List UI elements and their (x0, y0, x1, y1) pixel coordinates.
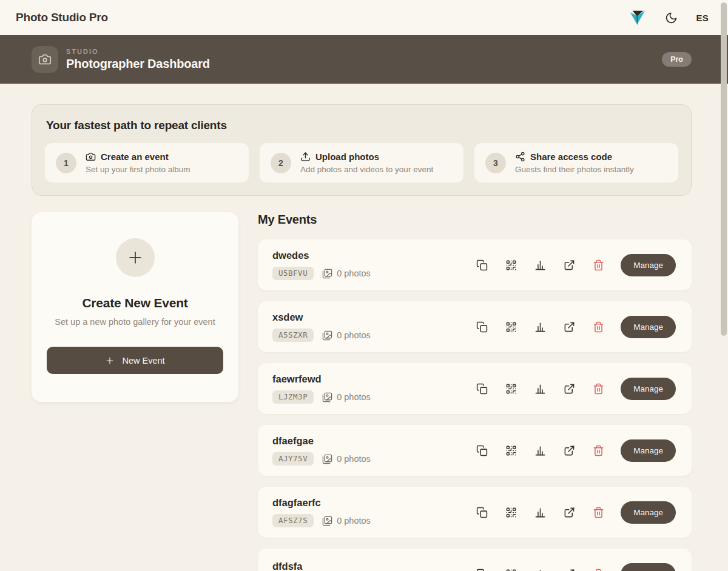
open-gallery-button[interactable] (558, 253, 581, 276)
manage-button[interactable]: Manage (621, 378, 676, 400)
dark-mode-toggle[interactable] (665, 12, 678, 24)
delete-event-button[interactable] (587, 253, 610, 276)
step-title: Upload photos (315, 152, 379, 162)
open-gallery-button[interactable] (558, 315, 581, 338)
event-card: dfagfaerfc AFSZ7S 0 photos (258, 487, 692, 538)
onboarding-panel: Your fastest path to repeat clients 1 Cr… (32, 104, 692, 196)
open-gallery-button[interactable] (558, 501, 581, 524)
manage-button[interactable]: Manage (621, 563, 676, 571)
camera-icon (32, 46, 58, 73)
delete-event-button[interactable] (587, 377, 610, 400)
plus-icon (116, 238, 155, 277)
external-link-icon (564, 507, 575, 518)
event-card: dfaefgae AJY75V 0 photos (258, 425, 692, 476)
logo-icon (629, 8, 647, 27)
open-gallery-button[interactable] (558, 377, 581, 400)
create-card-subtitle: Set up a new photo gallery for your even… (47, 317, 223, 327)
qr-code-icon (505, 507, 517, 518)
photos-count: 0 photos (337, 454, 371, 464)
step-card-share-code: 3 Share access code Guests find their ph… (474, 143, 678, 182)
photos-icon (322, 269, 332, 279)
qr-code-button[interactable] (499, 501, 522, 524)
qr-code-button[interactable] (499, 253, 522, 276)
create-card-title: Create New Event (47, 296, 223, 310)
manage-button[interactable]: Manage (621, 439, 676, 462)
copy-link-button[interactable] (470, 501, 493, 524)
event-card: faewrfewd LJZM3P 0 photos (258, 363, 692, 414)
camera-icon (86, 152, 96, 162)
manage-button[interactable]: Manage (621, 501, 676, 524)
step-number: 1 (56, 153, 76, 173)
new-event-button[interactable]: New Event (47, 347, 223, 374)
stats-button[interactable] (528, 439, 551, 462)
photos-icon (322, 454, 332, 464)
event-card: dwedes U5BFVU 0 photos (258, 239, 692, 290)
bar-chart-icon (534, 383, 546, 395)
open-gallery-button[interactable] (558, 563, 581, 571)
external-link-icon (564, 383, 575, 395)
pro-badge: Pro (662, 52, 692, 67)
copy-icon (476, 569, 488, 571)
qr-code-button[interactable] (499, 563, 522, 571)
stats-button[interactable] (528, 563, 551, 571)
language-switcher[interactable]: ES (696, 13, 709, 23)
qr-code-button[interactable] (499, 377, 522, 400)
event-code-badge: U5BFVU (272, 267, 314, 280)
onboarding-title: Your fastest path to repeat clients (46, 119, 678, 132)
trash-icon (593, 259, 604, 271)
manage-button[interactable]: Manage (621, 254, 676, 276)
open-gallery-button[interactable] (558, 439, 581, 462)
top-bar: Photo Studio Pro ES (0, 0, 728, 35)
vertical-scrollbar[interactable] (721, 2, 727, 336)
delete-event-button[interactable] (587, 439, 610, 462)
stats-button[interactable] (528, 253, 551, 276)
stats-button[interactable] (528, 377, 551, 400)
copy-icon (476, 321, 488, 333)
plus-icon (105, 356, 115, 366)
external-link-icon (564, 259, 575, 271)
trash-icon (593, 569, 604, 571)
manage-button[interactable]: Manage (621, 316, 676, 338)
photos-count: 0 photos (337, 269, 371, 278)
copy-icon (476, 383, 488, 395)
trash-icon (593, 507, 604, 518)
event-name: dfaefgae (272, 435, 371, 447)
upload-icon (300, 152, 311, 162)
stats-button[interactable] (528, 501, 551, 524)
event-name: dfdsfa (272, 561, 308, 571)
event-code-badge: LJZM3P (272, 390, 314, 404)
copy-link-button[interactable] (470, 439, 493, 462)
copy-link-button[interactable] (470, 315, 493, 338)
event-name: faewrfewd (272, 373, 371, 385)
step-number: 3 (485, 153, 506, 173)
event-card: dfdsfa (258, 549, 692, 571)
trash-icon (593, 383, 604, 395)
event-name: dfagfaerfc (272, 497, 371, 509)
moon-icon (665, 12, 678, 24)
app-brand: Photo Studio Pro (16, 11, 108, 24)
step-number: 2 (271, 153, 291, 173)
photos-count: 0 photos (337, 516, 371, 526)
event-name: xsdew (272, 312, 371, 323)
step-card-upload-photos: 2 Upload photos Add photos and videos to… (260, 143, 463, 182)
delete-event-button[interactable] (587, 563, 610, 571)
delete-event-button[interactable] (587, 501, 610, 524)
copy-link-button[interactable] (470, 377, 493, 400)
events-heading: My Events (258, 213, 692, 227)
copy-link-button[interactable] (470, 253, 493, 276)
bar-chart-icon (534, 507, 546, 518)
stats-button[interactable] (528, 315, 551, 338)
bar-chart-icon (534, 445, 546, 456)
delete-event-button[interactable] (587, 315, 610, 338)
external-link-icon (564, 445, 575, 456)
header-eyebrow: STUDIO (66, 48, 210, 55)
qr-code-icon (505, 445, 517, 456)
copy-icon (476, 259, 488, 271)
qr-code-button[interactable] (499, 315, 522, 338)
external-link-icon (564, 569, 575, 571)
photos-icon (322, 330, 332, 341)
copy-link-button[interactable] (470, 563, 493, 571)
photos-count: 0 photos (337, 392, 371, 402)
qr-code-button[interactable] (499, 439, 522, 462)
step-title: Create an event (101, 152, 169, 162)
